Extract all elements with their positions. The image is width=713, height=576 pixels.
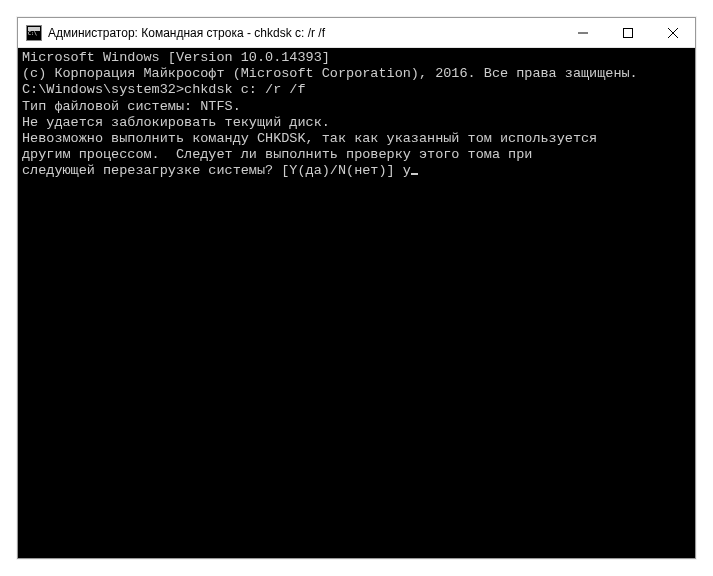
output-line: Microsoft Windows [Version 10.0.14393]	[22, 50, 691, 66]
cursor	[411, 173, 418, 175]
output-line: (c) Корпорация Майкрософт (Microsoft Cor…	[22, 66, 691, 82]
window-title: Администратор: Командная строка - chkdsk…	[48, 26, 560, 40]
output-line: Тип файловой системы: NTFS.	[22, 99, 691, 115]
svg-rect-1	[623, 28, 632, 37]
prompt-text: следующей перезагрузке системы? [Y(да)/N…	[22, 163, 403, 178]
cmd-window: Администратор: Командная строка - chkdsk…	[17, 17, 696, 559]
terminal-output[interactable]: Microsoft Windows [Version 10.0.14393](c…	[18, 48, 695, 558]
prompt-line: C:\Windows\system32>chkdsk c: /r /f	[22, 82, 691, 98]
window-controls	[560, 18, 695, 47]
cmd-icon	[26, 25, 42, 41]
output-line: Не удается заблокировать текущий диск.	[22, 115, 691, 131]
output-line: Невозможно выполнить команду CHKDSK, так…	[22, 131, 691, 147]
user-input: y	[403, 163, 411, 178]
maximize-button[interactable]	[605, 18, 650, 47]
output-line: другим процессом. Следует ли выполнить п…	[22, 147, 691, 163]
close-button[interactable]	[650, 18, 695, 47]
minimize-button[interactable]	[560, 18, 605, 47]
titlebar[interactable]: Администратор: Командная строка - chkdsk…	[18, 18, 695, 48]
prompt-input-line: следующей перезагрузке системы? [Y(да)/N…	[22, 163, 691, 179]
